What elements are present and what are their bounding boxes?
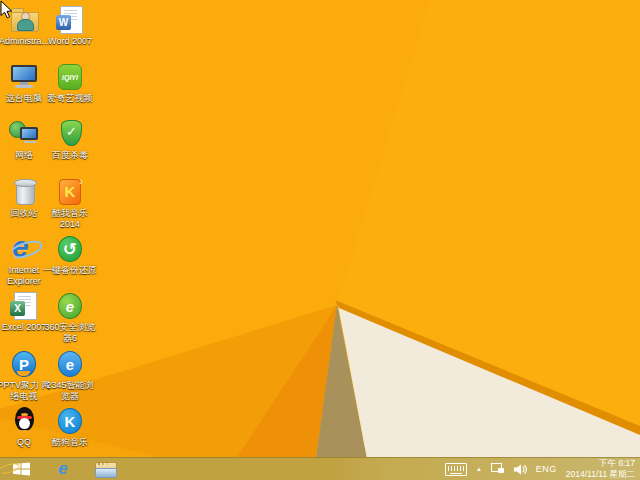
desktop-icon-kuwo-music[interactable]: K ♪ 酷我音乐 2014 xyxy=(42,176,98,229)
pptv-icon: P xyxy=(8,348,40,378)
kugou-k-glyph: K xyxy=(58,408,82,434)
desktop-icon-kugou-music[interactable]: K 酷狗音乐 xyxy=(42,405,98,448)
icon-label: 360安全浏览器6 xyxy=(42,322,98,343)
icon-label: 百度杀毒 xyxy=(42,150,98,161)
desktop-icon-word-2007[interactable]: W Word 2007 xyxy=(42,4,98,47)
qq-penguin-icon xyxy=(8,405,40,435)
volume-icon[interactable] xyxy=(514,464,527,475)
folder-front-shape xyxy=(95,468,117,478)
touch-keyboard-icon[interactable] xyxy=(445,463,467,476)
folder-dots-shape xyxy=(98,463,108,465)
computer-icon xyxy=(8,61,40,91)
shield-check-glyph: ✓ xyxy=(61,120,82,146)
monitor-shape xyxy=(20,127,38,140)
desktop-icon-iqiyi[interactable]: iQIYI 爱奇艺视频 xyxy=(42,61,98,104)
icon-label: 酷狗音乐 xyxy=(42,437,98,448)
monitor-shape xyxy=(11,65,37,82)
language-indicator[interactable]: ENG xyxy=(536,464,557,474)
kuwo-music-icon: K ♪ xyxy=(54,176,86,206)
restore-arrow-glyph: ↺ xyxy=(58,236,82,262)
monitor-base-shape xyxy=(15,85,33,88)
penguin-belly-shape xyxy=(19,418,30,429)
icon-label: Word 2007 xyxy=(42,36,98,47)
word-w-glyph: W xyxy=(56,15,71,30)
desktop-icon-2345-browser[interactable]: e 2345智能浏览器 xyxy=(42,348,98,401)
kugou-music-icon: K xyxy=(54,405,86,435)
windows-desktop: Administra... 这台电脑 网络 回收站 e Internet Exp… xyxy=(0,0,640,480)
clock-time: 下午 6:17 xyxy=(566,458,635,469)
icon-label: 2345智能浏览器 xyxy=(42,380,98,401)
backup-restore-icon: ↺ xyxy=(54,233,86,263)
mouse-cursor-icon xyxy=(0,0,13,19)
recycle-bin-icon xyxy=(8,176,40,206)
word-icon: W xyxy=(54,4,86,34)
taskbar-file-explorer-button[interactable] xyxy=(95,460,117,478)
excel-x-glyph: X xyxy=(10,301,25,316)
shield-icon: ✓ xyxy=(54,118,86,148)
screen-shape xyxy=(13,67,35,80)
2345-browser-icon: e xyxy=(54,348,86,378)
person-body-shape xyxy=(17,19,34,31)
show-hidden-icons-chevron-icon[interactable]: ▲ xyxy=(476,466,482,472)
system-tray: ▲ ENG 下午 6:17 2014/11/11 星期二 xyxy=(445,458,640,480)
icon-label: 一键备份还原 xyxy=(42,265,98,276)
ie-icon: e xyxy=(58,461,67,477)
taskbar-left: e xyxy=(0,460,117,478)
taskbar-clock[interactable]: 下午 6:17 2014/11/11 星期二 xyxy=(566,458,635,480)
taskbar-internet-explorer-button[interactable]: e xyxy=(53,460,73,478)
desktop-icon-360-browser[interactable]: e 360安全浏览器6 xyxy=(42,290,98,343)
screen-shape xyxy=(22,129,36,138)
iqiyi-logo-glyph: iQIYI xyxy=(58,64,82,90)
internet-explorer-icon: e xyxy=(8,233,40,263)
penguin-feet-shape xyxy=(17,430,32,433)
desktop-icon-onekey-backup[interactable]: ↺ 一键备份还原 xyxy=(42,233,98,276)
360-browser-icon: e xyxy=(54,290,86,320)
network-tray-icon[interactable] xyxy=(491,463,505,475)
icon-label: 爱奇艺视频 xyxy=(42,93,98,104)
music-note-glyph: ♪ xyxy=(79,177,83,186)
desktop-icon-baidu-antivirus[interactable]: ✓ 百度杀毒 xyxy=(42,118,98,161)
network-plug-shape xyxy=(498,468,504,473)
iqiyi-icon: iQIYI xyxy=(54,61,86,91)
icon-label: 酷我音乐 2014 xyxy=(42,208,98,229)
browser-e-glyph: e xyxy=(58,293,82,319)
excel-icon: X xyxy=(8,290,40,320)
taskbar: e ▲ ENG 下午 6:17 2 xyxy=(0,457,640,480)
clock-date: 2014/11/11 星期二 xyxy=(566,469,635,480)
network-icon xyxy=(8,118,40,148)
browser-e-glyph: e xyxy=(58,351,82,377)
bin-rim-shape xyxy=(14,179,37,187)
kuwo-k-glyph: K xyxy=(59,179,81,205)
monitor-base-shape xyxy=(24,141,36,143)
